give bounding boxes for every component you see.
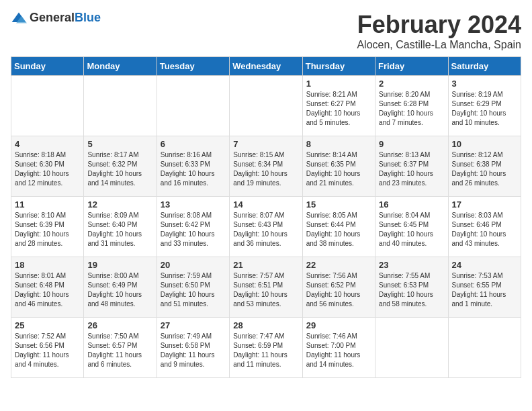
week-row-5: 25Sunrise: 7:52 AM Sunset: 6:56 PM Dayli… — [11, 318, 521, 378]
calendar-cell: 17Sunrise: 8:03 AM Sunset: 6:46 PM Dayli… — [448, 197, 521, 257]
day-info: Sunrise: 8:14 AM Sunset: 6:35 PM Dayligh… — [306, 150, 371, 188]
day-info: Sunrise: 8:12 AM Sunset: 6:38 PM Dayligh… — [452, 150, 517, 188]
calendar-cell — [84, 76, 157, 136]
day-info: Sunrise: 8:09 AM Sunset: 6:40 PM Dayligh… — [87, 211, 152, 248]
header-thursday: Thursday — [302, 57, 375, 76]
calendar-cell: 13Sunrise: 8:08 AM Sunset: 6:42 PM Dayli… — [157, 197, 229, 257]
calendar-cell: 4Sunrise: 8:18 AM Sunset: 6:30 PM Daylig… — [11, 136, 84, 197]
day-info: Sunrise: 8:04 AM Sunset: 6:45 PM Dayligh… — [379, 211, 444, 248]
day-number: 29 — [306, 320, 371, 330]
day-number: 5 — [87, 139, 152, 149]
day-number: 18 — [15, 260, 80, 270]
calendar-cell: 28Sunrise: 7:47 AM Sunset: 6:59 PM Dayli… — [230, 318, 302, 378]
day-number: 14 — [233, 199, 298, 210]
day-number: 24 — [452, 260, 517, 270]
day-info: Sunrise: 8:13 AM Sunset: 6:37 PM Dayligh… — [379, 150, 444, 188]
calendar-cell: 21Sunrise: 7:57 AM Sunset: 6:51 PM Dayli… — [230, 257, 302, 318]
calendar-cell: 26Sunrise: 7:50 AM Sunset: 6:57 PM Dayli… — [84, 318, 157, 378]
header: GeneralBlue February 2024 Alocen, Castil… — [11, 11, 521, 51]
day-number: 7 — [233, 139, 298, 149]
calendar-cell — [230, 76, 302, 136]
week-row-2: 4Sunrise: 8:18 AM Sunset: 6:30 PM Daylig… — [11, 136, 521, 197]
day-info: Sunrise: 7:56 AM Sunset: 6:52 PM Dayligh… — [306, 271, 371, 309]
header-saturday: Saturday — [448, 57, 521, 76]
day-number: 27 — [161, 320, 226, 330]
day-number: 21 — [233, 260, 298, 270]
day-number: 19 — [87, 260, 152, 270]
calendar-cell: 12Sunrise: 8:09 AM Sunset: 6:40 PM Dayli… — [84, 197, 157, 257]
day-number: 12 — [87, 199, 152, 210]
logo-blue: Blue — [75, 11, 101, 24]
logo-icon — [11, 11, 27, 25]
calendar-cell: 27Sunrise: 7:49 AM Sunset: 6:58 PM Dayli… — [157, 318, 229, 378]
week-row-4: 18Sunrise: 8:01 AM Sunset: 6:48 PM Dayli… — [11, 257, 521, 318]
calendar-cell: 9Sunrise: 8:13 AM Sunset: 6:37 PM Daylig… — [375, 136, 448, 197]
day-info: Sunrise: 7:49 AM Sunset: 6:58 PM Dayligh… — [161, 332, 226, 369]
calendar-cell: 16Sunrise: 8:04 AM Sunset: 6:45 PM Dayli… — [375, 197, 448, 257]
calendar-cell: 5Sunrise: 8:17 AM Sunset: 6:32 PM Daylig… — [84, 136, 157, 197]
calendar-cell: 24Sunrise: 7:53 AM Sunset: 6:55 PM Dayli… — [448, 257, 521, 318]
day-info: Sunrise: 8:16 AM Sunset: 6:33 PM Dayligh… — [161, 150, 226, 188]
day-number: 28 — [233, 320, 298, 330]
day-number: 9 — [379, 139, 444, 149]
page-subtitle: Alocen, Castille-La Mancha, Spain — [357, 39, 521, 51]
calendar-cell: 25Sunrise: 7:52 AM Sunset: 6:56 PM Dayli… — [11, 318, 84, 378]
calendar-table: Sunday Monday Tuesday Wednesday Thursday… — [11, 56, 521, 378]
header-sunday: Sunday — [11, 57, 84, 76]
day-info: Sunrise: 8:21 AM Sunset: 6:27 PM Dayligh… — [306, 90, 371, 128]
day-info: Sunrise: 7:59 AM Sunset: 6:50 PM Dayligh… — [161, 271, 226, 309]
week-row-3: 11Sunrise: 8:10 AM Sunset: 6:39 PM Dayli… — [11, 197, 521, 257]
calendar-cell: 3Sunrise: 8:19 AM Sunset: 6:29 PM Daylig… — [448, 76, 521, 136]
day-info: Sunrise: 8:03 AM Sunset: 6:46 PM Dayligh… — [452, 211, 517, 248]
header-monday: Monday — [84, 57, 157, 76]
calendar-cell: 22Sunrise: 7:56 AM Sunset: 6:52 PM Dayli… — [302, 257, 375, 318]
page-title: February 2024 — [357, 11, 521, 39]
calendar-cell: 15Sunrise: 8:05 AM Sunset: 6:44 PM Dayli… — [302, 197, 375, 257]
day-info: Sunrise: 7:57 AM Sunset: 6:51 PM Dayligh… — [233, 271, 298, 309]
calendar-cell: 11Sunrise: 8:10 AM Sunset: 6:39 PM Dayli… — [11, 197, 84, 257]
calendar-cell: 2Sunrise: 8:20 AM Sunset: 6:28 PM Daylig… — [375, 76, 448, 136]
week-row-1: 1Sunrise: 8:21 AM Sunset: 6:27 PM Daylig… — [11, 76, 521, 136]
day-number: 13 — [161, 199, 226, 210]
day-info: Sunrise: 8:10 AM Sunset: 6:39 PM Dayligh… — [15, 211, 80, 248]
logo-text: GeneralBlue — [30, 11, 101, 25]
calendar-cell: 1Sunrise: 8:21 AM Sunset: 6:27 PM Daylig… — [302, 76, 375, 136]
calendar-cell: 14Sunrise: 8:07 AM Sunset: 6:43 PM Dayli… — [230, 197, 302, 257]
day-info: Sunrise: 8:05 AM Sunset: 6:44 PM Dayligh… — [306, 211, 371, 248]
day-number: 25 — [15, 320, 80, 330]
day-info: Sunrise: 7:47 AM Sunset: 6:59 PM Dayligh… — [233, 332, 298, 369]
header-tuesday: Tuesday — [157, 57, 229, 76]
day-info: Sunrise: 7:53 AM Sunset: 6:55 PM Dayligh… — [452, 271, 517, 309]
calendar-cell: 23Sunrise: 7:55 AM Sunset: 6:53 PM Dayli… — [375, 257, 448, 318]
day-number: 26 — [87, 320, 152, 330]
day-info: Sunrise: 7:46 AM Sunset: 7:00 PM Dayligh… — [306, 332, 371, 369]
calendar-cell — [375, 318, 448, 378]
day-info: Sunrise: 8:17 AM Sunset: 6:32 PM Dayligh… — [87, 150, 152, 188]
day-number: 1 — [306, 79, 371, 89]
header-wednesday: Wednesday — [230, 57, 302, 76]
day-number: 23 — [379, 260, 444, 270]
day-info: Sunrise: 8:07 AM Sunset: 6:43 PM Dayligh… — [233, 211, 298, 248]
day-info: Sunrise: 7:55 AM Sunset: 6:53 PM Dayligh… — [379, 271, 444, 309]
days-header-row: Sunday Monday Tuesday Wednesday Thursday… — [11, 57, 521, 76]
calendar-cell: 19Sunrise: 8:00 AM Sunset: 6:49 PM Dayli… — [84, 257, 157, 318]
day-number: 15 — [306, 199, 371, 210]
title-section: February 2024 Alocen, Castille-La Mancha… — [357, 11, 521, 51]
day-number: 11 — [15, 199, 80, 210]
day-number: 2 — [379, 79, 444, 89]
day-number: 16 — [379, 199, 444, 210]
day-info: Sunrise: 8:15 AM Sunset: 6:34 PM Dayligh… — [233, 150, 298, 188]
logo: GeneralBlue — [11, 11, 101, 25]
calendar-cell — [11, 76, 84, 136]
calendar-cell: 7Sunrise: 8:15 AM Sunset: 6:34 PM Daylig… — [230, 136, 302, 197]
header-friday: Friday — [375, 57, 448, 76]
calendar-cell: 8Sunrise: 8:14 AM Sunset: 6:35 PM Daylig… — [302, 136, 375, 197]
calendar-cell: 20Sunrise: 7:59 AM Sunset: 6:50 PM Dayli… — [157, 257, 229, 318]
day-info: Sunrise: 7:52 AM Sunset: 6:56 PM Dayligh… — [15, 332, 80, 369]
logo-general: General — [30, 11, 75, 24]
day-info: Sunrise: 8:19 AM Sunset: 6:29 PM Dayligh… — [452, 90, 517, 128]
calendar-cell: 10Sunrise: 8:12 AM Sunset: 6:38 PM Dayli… — [448, 136, 521, 197]
day-info: Sunrise: 8:00 AM Sunset: 6:49 PM Dayligh… — [87, 271, 152, 309]
day-number: 4 — [15, 139, 80, 149]
day-number: 17 — [452, 199, 517, 210]
